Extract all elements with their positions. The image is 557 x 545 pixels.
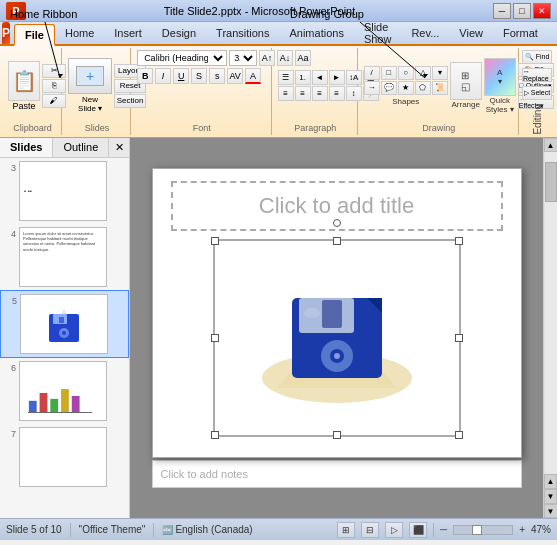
slide-title-placeholder[interactable]: Click to add title [171,181,503,231]
shadow-button[interactable]: s [209,68,225,84]
arrange-button[interactable]: ⊞◱ Arrange [450,62,482,109]
align-left-button[interactable]: ≡ [278,86,294,101]
minimize-button[interactable]: ─ [493,3,511,19]
language-info: English (Canada) [175,524,252,535]
office-logo: P [6,2,26,20]
charspacing-button[interactable]: AV [227,68,243,84]
slide-thumb-4[interactable]: 4 Lorem ipsum dolor sit amet consectetur… [0,224,129,290]
tab-file[interactable]: File [14,24,55,46]
slide-thumb-3[interactable]: 3 • •• [0,158,129,224]
theme-info: "Office Theme" [79,524,146,535]
clipboard-group: 📋 Paste ✂ ⎘ 🖌 Clipboard [4,48,62,135]
outline-tab[interactable]: Outline [53,138,109,157]
slide-canvas[interactable]: Click to add title [152,168,522,458]
shape-line[interactable]: / [364,66,380,80]
new-slide-button[interactable]: + NewSlide ▾ [68,58,112,113]
zoom-plus[interactable]: + [519,524,525,535]
shape-callout[interactable]: 💬 [381,81,397,95]
zoom-minus[interactable]: ─ [440,524,447,535]
paste-button[interactable]: 📋 Paste [8,61,40,111]
shape-oval[interactable]: ○ [398,66,414,80]
numbered-button[interactable]: 1. [295,70,311,85]
align-right-button[interactable]: ≡ [312,86,328,101]
tab-review[interactable]: Rev... [401,22,449,44]
slide-canvas-area[interactable]: Click to add title [130,138,543,518]
underline-button[interactable]: U [173,68,189,84]
slide-num-3: 3 [4,161,16,173]
font-name-select[interactable]: Calibri (Headings) [137,50,227,66]
quick-styles-button[interactable]: A▾ QuickStyles ▾ [484,58,516,114]
normal-view-button[interactable]: ⊞ [337,522,355,538]
prev-slide-button[interactable]: ▲ [544,474,557,489]
slide-num-5: 5 [5,294,17,306]
scroll-up-button[interactable]: ▲ [544,138,558,152]
align-center-button[interactable]: ≡ [295,86,311,101]
tab-slideshow[interactable]: Slide Show [354,22,402,44]
arrange-icon: ⊞◱ [450,62,482,100]
slide-thumb-5[interactable]: 5 [0,290,129,358]
tab-design[interactable]: Design [152,22,206,44]
bold-button[interactable]: B [137,68,153,84]
shape-pentagon[interactable]: ⬠ [415,81,431,95]
scroll-down-button[interactable]: ▼ [544,504,558,518]
notes-bar[interactable]: Click to add notes [152,460,522,488]
shape-triangle[interactable]: △ [415,66,431,80]
slides-tab[interactable]: Slides [0,138,53,157]
italic-button[interactable]: I [155,68,171,84]
shape-star[interactable]: ★ [398,81,414,95]
slides-list: 3 • •• 4 Lorem ipsum dolor sit amet cons… [0,158,129,518]
slide-thumb-6[interactable]: 6 [0,358,129,424]
tab-view[interactable]: View [449,22,493,44]
reading-view-button[interactable]: ▷ [385,522,403,538]
scroll-thumb[interactable] [545,162,557,202]
shape-rect[interactable]: □ [381,66,397,80]
cut-button[interactable]: ✂ [42,64,66,78]
bullets-button[interactable]: ☰ [278,70,294,85]
tab-home[interactable]: Home [55,22,104,44]
slide-num-4: 4 [4,227,16,239]
new-slide-label: NewSlide ▾ [78,95,102,113]
select-button[interactable]: ▷ Select [522,86,552,100]
tab-help[interactable]: ? [548,22,557,44]
tab-insert[interactable]: Insert [104,22,152,44]
svg-rect-7 [59,317,64,323]
dec-indent-button[interactable]: ◄ [312,70,328,85]
font-label: Font [137,121,266,133]
copy-button[interactable]: ⎘ [42,79,66,93]
font-color-button[interactable]: A [245,68,261,84]
scroll-track[interactable] [545,152,557,474]
zoom-slider[interactable] [453,525,513,535]
shape-scroll[interactable]: 📜 [432,81,448,95]
drawing-group: / □ ○ △ ▾ → 💬 ★ ⬠ 📜 Shapes ⊞◱ Arrange [360,48,519,135]
panel-close-button[interactable]: ✕ [110,138,129,157]
font-size-select[interactable]: 32 [229,50,257,66]
svg-point-23 [334,353,340,359]
inc-indent-button[interactable]: ► [329,70,345,85]
format-painter-button[interactable]: 🖌 [42,94,66,108]
slideshow-button[interactable]: ⬛ [409,522,427,538]
tab-transitions[interactable]: Transitions [206,22,279,44]
next-slide-button[interactable]: ▼ [544,489,557,504]
language-area: 🔤 English (Canada) [162,524,252,535]
replace-button[interactable]: ↔ Replace [522,68,552,82]
justify-button[interactable]: ≡ [329,86,345,101]
clipboard-small-buttons: ✂ ⎘ 🖌 [42,64,66,108]
status-bar: Slide 5 of 10 "Office Theme" 🔤 English (… [0,518,557,540]
close-button[interactable]: ✕ [533,3,551,19]
shape-arrow[interactable]: → [364,81,380,95]
slide-thumb-7[interactable]: 7 [0,424,129,490]
slide-sorter-button[interactable]: ⊟ [361,522,379,538]
office-menu-button[interactable]: P [2,22,10,44]
tab-animations[interactable]: Animations [279,22,353,44]
strikethrough-button[interactable]: S [191,68,207,84]
right-scrollbar[interactable]: ▲ ▲ ▼ ▼ [543,138,557,518]
tab-format[interactable]: Format [493,22,548,44]
shape-more[interactable]: ▾ [432,66,448,80]
maximize-button[interactable]: □ [513,3,531,19]
paste-label: Paste [12,101,35,111]
find-button[interactable]: 🔍 Find [522,50,552,64]
slide-content-area[interactable] [213,239,461,437]
paste-icon: 📋 [8,61,40,101]
shapes-area: / □ ○ △ ▾ → 💬 ★ ⬠ 📜 Shapes [364,66,448,106]
svg-rect-12 [50,399,58,413]
